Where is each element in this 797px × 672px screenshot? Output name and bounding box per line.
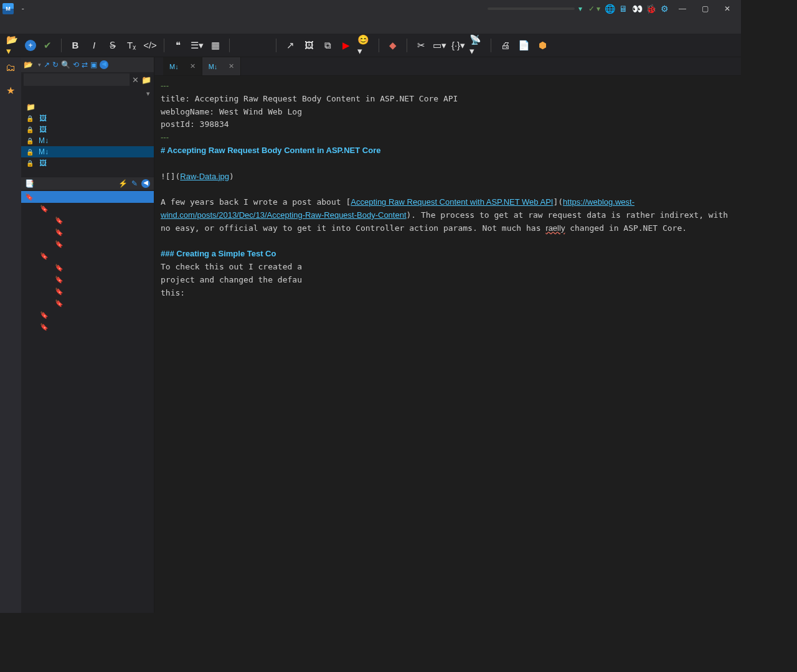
activity-bar: 🗂 ★: [0, 57, 21, 613]
rss-icon[interactable]: 📡▾: [469, 38, 484, 53]
outline-item[interactable]: 🔖: [21, 238, 154, 250]
outline-header: 📑 ⚡ ✎ ⯇: [21, 177, 154, 190]
file-list: 📁 🔒🖼 🔒🖼 🔒M↓ 🔒M↓ 🔒🖼: [21, 100, 154, 170]
outline-edit-icon[interactable]: ✎: [131, 179, 138, 188]
check-icon[interactable]: ✔: [40, 38, 55, 53]
file-explorer-header: 📂▾ ↗ ↻ 🔍 ⟲ ⇄ ▣ ⯇: [21, 57, 154, 72]
tab-close-icon[interactable]: ✕: [229, 62, 234, 70]
editor-area: M↓✕ M↓✕ --- title: Accepting Raw Request…: [154, 57, 741, 613]
file-item[interactable]: 🔒M↓: [21, 146, 154, 157]
globe-icon[interactable]: 🌐: [603, 4, 616, 14]
tab-close-icon[interactable]: ✕: [190, 62, 196, 70]
refresh-icon[interactable]: ↻: [52, 60, 59, 69]
outline-item[interactable]: 🔖: [21, 274, 154, 286]
side-panel: 📂▾ ↗ ↻ 🔍 ⟲ ⇄ ▣ ⯇ ✕ 📁 ▾ 📁 🔒🖼 🔒🖼 🔒M↓ 🔒M↓ 🔒…: [21, 57, 154, 613]
quote-button[interactable]: ❝: [171, 38, 186, 53]
folder-tree-icon[interactable]: 🗂: [6, 62, 16, 73]
minimize-button[interactable]: —: [671, 4, 694, 13]
markdown-editor[interactable]: --- title: Accepting Raw Request Body Co…: [154, 76, 741, 613]
outline-refresh-icon[interactable]: ⚡: [118, 179, 128, 188]
outline-list: 🔖 🔖 🔖 🔖 🔖 🔖 🔖 🔖 🔖 🔖 🔖 🔖: [21, 190, 154, 613]
folder-icon[interactable]: 📁: [141, 75, 151, 85]
bold-button[interactable]: B: [68, 38, 83, 53]
code-span-button[interactable]: Tᵪ: [124, 38, 139, 53]
window-icon[interactable]: ▭▾: [432, 38, 447, 53]
link-sync-icon[interactable]: ⇄: [82, 60, 88, 69]
star-icon[interactable]: ★: [6, 85, 15, 96]
doc-filename: -: [17, 4, 28, 13]
clear-search-icon[interactable]: ✕: [130, 75, 141, 85]
image-button[interactable]: 🖼: [301, 38, 316, 53]
outline-item[interactable]: 🔖: [21, 309, 154, 321]
menubar: [0, 17, 741, 34]
command-search[interactable]: [488, 7, 575, 10]
tab-active[interactable]: M↓✕: [163, 57, 202, 75]
language-selector[interactable]: ✓ ▾: [588, 4, 600, 13]
theme-selector[interactable]: ▾: [578, 4, 582, 13]
current-path[interactable]: ▾: [21, 87, 154, 100]
app-logo: M: [2, 3, 14, 14]
list-button[interactable]: ☰▾: [189, 38, 204, 53]
outline-item[interactable]: 🔖: [21, 226, 154, 238]
strikethrough-button[interactable]: S̶: [105, 38, 120, 53]
titlebar: M - ▾ ✓ ▾ 🌐 🖥 👀 🐞 ⚙ — ▢ ✕: [0, 0, 741, 17]
file-item[interactable]: 📁: [21, 101, 154, 113]
tab-inactive[interactable]: M↓✕: [202, 57, 242, 75]
open-folder-icon[interactable]: 📂▾: [6, 38, 21, 53]
outline-item[interactable]: 🔖: [21, 203, 154, 215]
nav-icon[interactable]: ↗: [44, 60, 50, 69]
outline-item[interactable]: 🔖: [21, 262, 154, 274]
git-icon[interactable]: ◆: [385, 38, 400, 53]
file-item[interactable]: 🔒🖼: [21, 124, 154, 135]
outline-item[interactable]: 🔖: [21, 250, 154, 262]
search-icon[interactable]: 🔍: [61, 60, 70, 69]
gear-icon[interactable]: ⚙: [658, 4, 671, 14]
back-icon[interactable]: ⯇: [100, 60, 108, 69]
cmd-icon[interactable]: ▣: [90, 60, 97, 69]
code-block-button[interactable]: </>: [143, 38, 158, 53]
toolbar: 📂▾ + ✔ B I S̶ Tᵪ </> ❝ ☰▾ ▦ ↗ 🖼 ⧉ ▶ 😊▾ ◆…: [0, 34, 741, 57]
outline-item[interactable]: 🔖: [21, 297, 154, 309]
outline-item[interactable]: 🔖: [21, 286, 154, 297]
emoji-button[interactable]: 😊▾: [357, 38, 372, 53]
print-icon[interactable]: 🖨: [498, 38, 512, 53]
outline-item[interactable]: 🔖: [21, 321, 154, 333]
outline-item[interactable]: 🔖: [21, 215, 154, 226]
monitor-icon[interactable]: 🖥: [617, 4, 630, 14]
outline-back-icon[interactable]: ⯇: [141, 179, 150, 188]
link-button[interactable]: ↗: [283, 38, 298, 53]
italic-button[interactable]: I: [87, 38, 101, 53]
table-button[interactable]: ▦: [208, 38, 223, 53]
pdf-icon[interactable]: 📄: [516, 38, 531, 53]
file-item[interactable]: 🔒🖼: [21, 113, 154, 124]
braces-icon[interactable]: {·}▾: [451, 38, 466, 53]
new-doc-button[interactable]: +: [25, 40, 36, 51]
binoculars-icon[interactable]: 👀: [631, 4, 643, 14]
embed-button[interactable]: ⧉: [320, 38, 335, 53]
close-button[interactable]: ✕: [716, 4, 738, 13]
html5-icon[interactable]: ⬢: [535, 38, 550, 53]
file-item[interactable]: 🔒🖼: [21, 157, 154, 169]
youtube-icon[interactable]: ▶: [339, 38, 354, 53]
maximize-button[interactable]: ▢: [694, 4, 716, 13]
file-search-input[interactable]: [24, 73, 130, 86]
sync-icon[interactable]: ⟲: [73, 60, 79, 69]
editor-tabs: M↓✕ M↓✕: [154, 57, 741, 76]
snippet-icon[interactable]: ✂: [413, 38, 428, 53]
file-item[interactable]: 🔒M↓: [21, 135, 154, 146]
bug-icon[interactable]: 🐞: [644, 4, 657, 14]
outline-item[interactable]: 🔖: [21, 191, 154, 203]
